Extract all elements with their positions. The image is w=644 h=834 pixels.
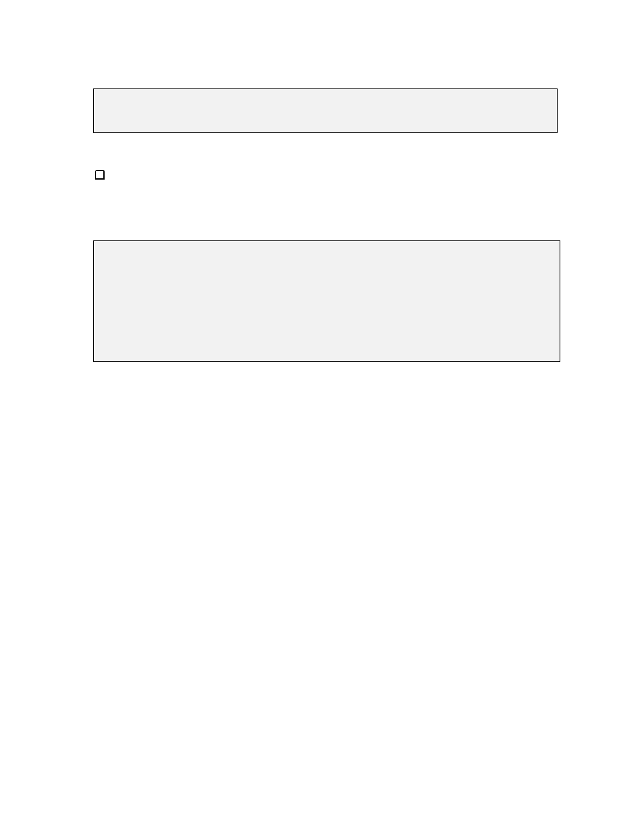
content-box-2	[93, 240, 560, 362]
bullet-square-icon	[95, 170, 105, 180]
content-box-1	[93, 88, 558, 133]
